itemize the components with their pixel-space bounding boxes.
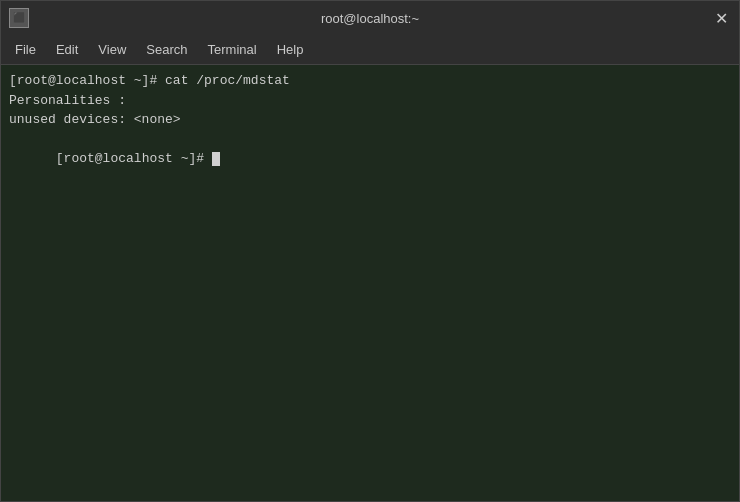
terminal-window: ⬛ root@localhost:~ ✕ File Edit View Sear…: [0, 0, 740, 502]
menu-help[interactable]: Help: [267, 38, 314, 61]
terminal-prompt: [root@localhost ~]#: [56, 151, 212, 166]
menu-view[interactable]: View: [88, 38, 136, 61]
menu-file[interactable]: File: [5, 38, 46, 61]
close-button[interactable]: ✕: [711, 8, 731, 28]
window-icon: ⬛: [9, 8, 29, 28]
terminal-line-1: [root@localhost ~]# cat /proc/mdstat: [9, 71, 731, 91]
title-bar: ⬛ root@localhost:~ ✕: [1, 1, 739, 35]
terminal-body[interactable]: [root@localhost ~]# cat /proc/mdstat Per…: [1, 65, 739, 501]
terminal-cursor: [212, 152, 220, 166]
terminal-line-3: unused devices: <none>: [9, 110, 731, 130]
menu-terminal[interactable]: Terminal: [198, 38, 267, 61]
menu-bar: File Edit View Search Terminal Help: [1, 35, 739, 65]
terminal-line-4: [root@localhost ~]#: [9, 130, 731, 189]
menu-search[interactable]: Search: [136, 38, 197, 61]
title-bar-left: ⬛: [9, 8, 29, 28]
window-title: root@localhost:~: [321, 11, 419, 26]
menu-edit[interactable]: Edit: [46, 38, 88, 61]
terminal-line-2: Personalities :: [9, 91, 731, 111]
window-icon-symbol: ⬛: [13, 12, 25, 24]
